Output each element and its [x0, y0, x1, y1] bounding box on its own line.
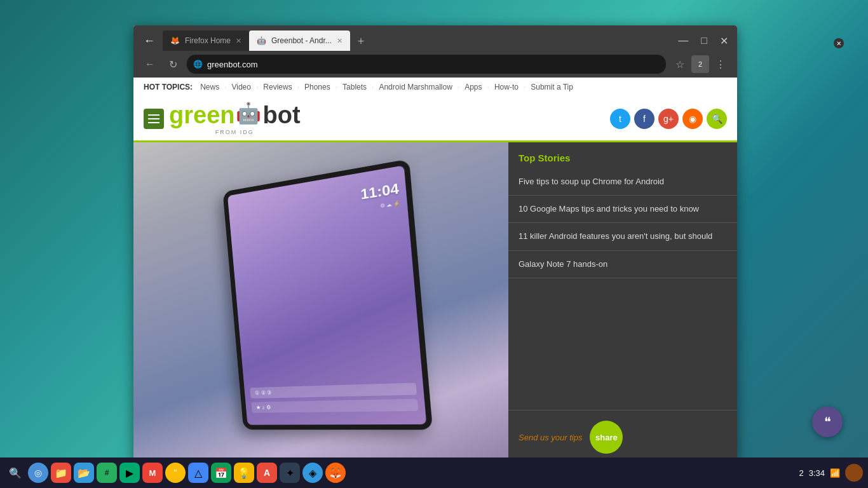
close-button[interactable]: ✕: [716, 34, 732, 48]
hot-topics-bar: HOT TOPICS: News · Video · Reviews · Pho…: [133, 78, 737, 97]
taskbar-gmail-icon[interactable]: M: [142, 463, 163, 483]
desktop: ← 🦊 Firefox Home ✕ 🤖 Greenbot - Andr... …: [0, 0, 868, 488]
new-tab-button[interactable]: +: [353, 32, 370, 51]
taskbar-playstore-icon[interactable]: ▶: [119, 463, 140, 483]
sidebar: Top Stories Five tips to soup up Chrome …: [508, 142, 737, 464]
url-container: 🌐: [187, 55, 666, 74]
search-icon[interactable]: 🔍: [707, 109, 727, 129]
browser-chrome: ← 🦊 Firefox Home ✕ 🤖 Greenbot - Andr... …: [133, 25, 737, 78]
wifi-icon: 📶: [830, 468, 840, 478]
story-item-2[interactable]: 10 Google Maps tips and tricks you need …: [508, 196, 737, 223]
webpage: HOT TOPICS: News · Video · Reviews · Pho…: [133, 78, 737, 464]
taskbar-keep-icon[interactable]: 💡: [234, 463, 254, 483]
nav-howto[interactable]: How-to: [492, 81, 521, 93]
window-controls: — □ ✕: [674, 34, 732, 48]
search-icon: 🔍: [9, 467, 22, 479]
tablet-widget-2: ★ ♪ ⚙: [251, 399, 418, 413]
url-input[interactable]: [187, 55, 666, 74]
toolbar-actions: ☆ 2 ⋮: [671, 55, 729, 73]
browser-window: ← 🦊 Firefox Home ✕ 🤖 Greenbot - Andr... …: [133, 25, 737, 464]
story-item-3[interactable]: 11 killer Android features you aren't us…: [508, 223, 737, 250]
send-tips-link[interactable]: Send us your tips: [519, 433, 582, 442]
firefox-tab-close[interactable]: ✕: [236, 37, 241, 45]
tablet-status: ⚙ ☁ ⚡: [379, 200, 400, 209]
twitter-icon[interactable]: t: [610, 109, 630, 129]
chrome-icon: ◎: [34, 468, 42, 478]
tab-firefox-home[interactable]: 🦊 Firefox Home ✕: [163, 30, 249, 51]
tablet-screen: 11:04 ⚙ ☁ ⚡ ① ② ③ ★ ♪ ⚙: [227, 165, 426, 424]
top-stories-header: Top Stories: [508, 142, 737, 168]
minimize-button[interactable]: —: [674, 34, 692, 48]
taskbar-right: 2 3:34 📶: [799, 464, 863, 482]
nav-android-marshmallow[interactable]: Android Marshmallow: [376, 81, 454, 93]
logo-bot-text: bot: [262, 102, 300, 129]
logo-area: green 🤖 bot FROM IDG: [144, 102, 301, 135]
taskbar-time: 3:34: [809, 468, 825, 478]
firefox-tab-icon: 🦊: [170, 36, 180, 45]
notification-count: 2: [799, 468, 803, 478]
title-bar: ← 🦊 Firefox Home ✕ 🤖 Greenbot - Andr... …: [133, 25, 737, 51]
url-globe-icon: 🌐: [193, 60, 203, 69]
site-logo[interactable]: green 🤖 bot FROM IDG: [169, 102, 301, 135]
notification-close-button[interactable]: ✕: [834, 38, 844, 48]
taskbar-unknown1-icon[interactable]: ✦: [280, 463, 300, 483]
rss-icon[interactable]: ◉: [682, 109, 703, 129]
back-nav-button[interactable]: ←: [141, 55, 159, 73]
taskbar-browser2-icon[interactable]: ◈: [302, 463, 323, 483]
taskbar-search-button[interactable]: 🔍: [5, 463, 25, 483]
tablet-device-image: 11:04 ⚙ ☁ ⚡ ① ② ③ ★ ♪ ⚙: [222, 159, 433, 430]
reload-button[interactable]: ↻: [164, 55, 182, 73]
story-item-1[interactable]: Five tips to soup up Chrome for Android: [508, 168, 737, 196]
logo-robot-icon: 🤖: [236, 101, 261, 125]
tablet-widgets: ① ② ③ ★ ♪ ⚙: [250, 383, 418, 412]
address-bar: ← ↻ 🌐 ☆ 2 ⋮: [133, 51, 737, 78]
greenbot-tab-label: Greenbot - Andr...: [271, 36, 332, 45]
browser-back-button[interactable]: ←: [139, 32, 160, 50]
nav-submit-tip[interactable]: Submit a Tip: [528, 81, 576, 93]
maximize-button[interactable]: □: [697, 34, 711, 48]
tab-greenbot[interactable]: 🤖 Greenbot - Andr... ✕: [249, 30, 350, 51]
site-nav: HOT TOPICS: News · Video · Reviews · Pho…: [133, 78, 737, 142]
greenbot-tab-icon: 🤖: [257, 36, 266, 45]
greenbot-tab-close[interactable]: ✕: [337, 37, 342, 45]
more-button[interactable]: ⋮: [712, 55, 729, 73]
nav-apps[interactable]: Apps: [462, 81, 484, 93]
notification-icon: ❝: [824, 414, 831, 430]
nav-news[interactable]: News: [198, 81, 222, 93]
taskbar-quotes-icon[interactable]: ": [165, 463, 186, 483]
taskbar-acrobat-icon[interactable]: A: [257, 463, 277, 483]
notification-bubble[interactable]: ❝: [812, 407, 843, 437]
nav-phones[interactable]: Phones: [302, 81, 333, 93]
taskbar-calc-icon[interactable]: #: [97, 463, 117, 483]
taskbar-calendar-icon[interactable]: 📅: [211, 463, 231, 483]
logo-subtext: FROM IDG: [169, 129, 301, 135]
taskbar-files2-icon[interactable]: 📂: [74, 463, 94, 483]
tablet-time: 11:04: [360, 180, 400, 203]
hero-image: 11:04 ⚙ ☁ ⚡ ① ② ③ ★ ♪ ⚙: [133, 142, 508, 464]
sidebar-footer: Send us your tips share: [508, 410, 737, 464]
nav-reviews[interactable]: Reviews: [261, 81, 294, 93]
main-content: 11:04 ⚙ ☁ ⚡ ① ② ③ ★ ♪ ⚙ Top Stories: [133, 142, 737, 464]
tablet-widget-1: ① ② ③: [250, 383, 417, 398]
hero-image-sim: 11:04 ⚙ ☁ ⚡ ① ② ③ ★ ♪ ⚙: [133, 142, 508, 464]
taskbar-files-icon[interactable]: 📁: [51, 463, 71, 483]
bookmark-button[interactable]: ☆: [671, 55, 689, 73]
taskbar-chrome-icon[interactable]: ◎: [28, 463, 48, 483]
facebook-icon[interactable]: f: [634, 109, 654, 129]
firefox-tab-label: Firefox Home: [185, 36, 231, 45]
google-plus-icon[interactable]: g+: [658, 109, 679, 129]
taskbar-firefox-icon[interactable]: 🦊: [325, 463, 346, 483]
nav-video[interactable]: Video: [229, 81, 253, 93]
user-avatar[interactable]: [845, 464, 863, 482]
site-header: green 🤖 bot FROM IDG t f g+ ◉: [133, 97, 737, 140]
hamburger-menu[interactable]: [144, 109, 164, 129]
extensions-button[interactable]: 2: [691, 55, 709, 73]
nav-tablets[interactable]: Tablets: [340, 81, 369, 93]
story-item-4[interactable]: Galaxy Note 7 hands-on: [508, 251, 737, 278]
tabs-area: 🦊 Firefox Home ✕ 🤖 Greenbot - Andr... ✕ …: [163, 30, 672, 51]
social-icons: t f g+ ◉ 🔍: [610, 109, 727, 129]
taskbar: 🔍 ◎ 📁 📂 # ▶ M " △ 📅 💡: [0, 458, 868, 488]
taskbar-drive-icon[interactable]: △: [188, 463, 208, 483]
share-button[interactable]: share: [590, 421, 623, 454]
hot-topics-label: HOT TOPICS:: [144, 83, 193, 92]
